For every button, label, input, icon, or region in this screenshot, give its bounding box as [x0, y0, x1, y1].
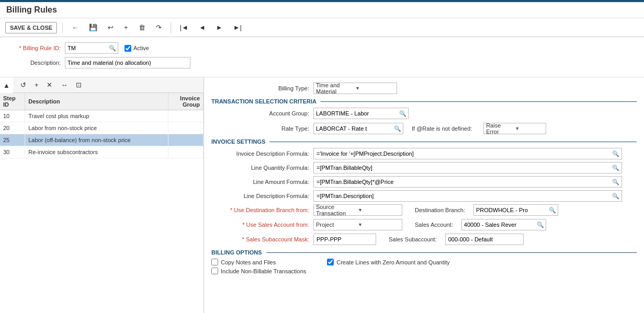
description-row: Description:: [7, 57, 637, 68]
use-dest-branch-arrow-icon: ▼: [358, 207, 400, 213]
copy-notes-label: Copy Notes and Files: [221, 259, 276, 265]
steps-table: StepID Description InvoiceGroup 10 Trave…: [0, 93, 204, 158]
col-invoice-group: InvoiceGroup: [168, 93, 204, 110]
transaction-selection-label: TRANSACTION SELECTION CRITERIA: [211, 98, 317, 105]
sales-subaccount-col: Sales Subaccount:: [389, 234, 524, 245]
billing-type-label: Billing Type:: [211, 85, 313, 91]
line-amount-search-icon[interactable]: 🔍: [610, 179, 622, 186]
rate-type-row: Rate Type: 🔍 If @Rate is not defined: Ra…: [211, 123, 637, 134]
next-button[interactable]: ►: [212, 21, 227, 33]
back-button[interactable]: ←: [68, 21, 82, 33]
toolbar-divider-2: [171, 22, 171, 33]
invoice-desc-search-icon[interactable]: 🔍: [610, 150, 622, 157]
cell-step-id: 30: [0, 146, 25, 158]
sales-account-input[interactable]: [462, 221, 535, 229]
if-rate-dropdown[interactable]: Raise Error ▼: [483, 123, 546, 134]
active-checkbox[interactable]: [125, 45, 131, 52]
sales-subaccount-input[interactable]: [445, 234, 524, 245]
header-form: * Billing Rule ID: 🔍 Active Description:: [0, 37, 644, 77]
use-dest-branch-dropdown[interactable]: Source Transaction ▼: [313, 204, 402, 216]
save-close-button[interactable]: SAVE & CLOSE: [5, 22, 57, 33]
save-button[interactable]: 💾: [85, 21, 101, 33]
line-desc-formula-input[interactable]: [314, 192, 610, 200]
copy-button[interactable]: ↷: [152, 21, 165, 33]
table-row[interactable]: 20 Labor from non-stock price: [0, 122, 204, 134]
cell-description: Travel cost plus markup: [25, 110, 168, 122]
cell-step-id: 20: [0, 122, 25, 134]
line-qty-formula-label: Line Quantity Formula:: [211, 165, 313, 171]
sales-account-search-icon[interactable]: 🔍: [535, 222, 546, 228]
invoice-desc-formula-input[interactable]: [314, 149, 610, 158]
use-dest-branch-label: * Use Destination Branch from:: [211, 207, 313, 213]
up-arrow-button[interactable]: ▲: [0, 79, 13, 91]
line-desc-search-icon[interactable]: 🔍: [610, 193, 622, 200]
billing-type-dropdown[interactable]: Time and Material ▼: [313, 83, 397, 94]
undo-button[interactable]: ↩: [104, 21, 117, 33]
use-sales-account-dropdown[interactable]: Project ▼: [313, 219, 402, 230]
delete-row-button[interactable]: ✕: [43, 79, 55, 90]
cell-invoice-group: [168, 146, 204, 158]
page-title: Billing Rules: [0, 2, 644, 18]
description-input[interactable]: [65, 57, 190, 68]
line-qty-formula-wrap: 🔍: [313, 162, 622, 173]
copy-notes-row: Copy Notes and Files: [211, 259, 306, 265]
toolbar-divider-1: [62, 22, 63, 33]
active-label: Active: [133, 45, 149, 51]
create-lines-checkbox[interactable]: [327, 259, 334, 265]
cell-step-id: 10: [0, 110, 25, 122]
rate-type-input[interactable]: [314, 124, 392, 133]
cell-description: Labor (off-balance) from non-stock price: [25, 134, 168, 146]
main-toolbar: SAVE & CLOSE ← 💾 ↩ + 🗑 ↷ |◄ ◄ ► ►|: [0, 18, 644, 37]
cell-invoice-group: [168, 110, 204, 122]
line-desc-formula-row: Line Description Formula: 🔍: [211, 190, 637, 202]
sales-subaccount-label: Sales Subaccount:: [389, 236, 441, 242]
sales-subaccount-row: * Sales Subaccount Mask: Sales Subaccoun…: [211, 234, 637, 245]
include-non-billable-checkbox[interactable]: [211, 268, 218, 274]
delete-button[interactable]: 🗑: [135, 21, 149, 33]
steps-table-body: 10 Travel cost plus markup 20 Labor from…: [0, 110, 204, 158]
right-billing-options: Create Lines with Zero Amount and Quanti…: [327, 259, 449, 276]
refresh-button[interactable]: ↺: [17, 79, 29, 90]
account-group-field-wrap: 🔍: [313, 108, 409, 119]
last-button[interactable]: ►|: [230, 21, 245, 33]
destination-branch-input[interactable]: [474, 206, 547, 214]
rate-type-label: Rate Type:: [211, 125, 313, 132]
account-group-input[interactable]: [314, 109, 398, 118]
billing-type-value: Time and Material: [316, 82, 355, 95]
cell-step-id: 25: [0, 134, 25, 146]
invoice-settings-header: INVOICE SETTINGS: [211, 138, 637, 145]
billing-rule-id-search-icon[interactable]: 🔍: [107, 45, 118, 52]
use-dest-branch-value: Source Transaction: [316, 204, 358, 216]
add-row-button[interactable]: +: [31, 79, 42, 90]
line-qty-search-icon[interactable]: 🔍: [610, 165, 622, 171]
sales-subaccount-mask-input[interactable]: [313, 234, 376, 245]
fit-button[interactable]: ↔: [58, 79, 71, 90]
first-button[interactable]: |◄: [176, 21, 192, 33]
sales-account-col: Sales Account: 🔍: [415, 219, 546, 230]
destination-branch-search-icon[interactable]: 🔍: [547, 207, 558, 214]
page-title-text: Billing Rules: [6, 5, 57, 14]
copy-notes-checkbox[interactable]: [211, 259, 218, 265]
line-qty-formula-input[interactable]: [314, 164, 610, 172]
main-content: ▲ ↺ + ✕ ↔ ⊡ StepID Description InvoiceGr…: [0, 77, 644, 313]
expand-button[interactable]: ⊡: [73, 79, 85, 90]
table-row[interactable]: 10 Travel cost plus markup: [0, 110, 204, 122]
billing-type-arrow-icon: ▼: [355, 86, 394, 91]
line-qty-formula-row: Line Quantity Formula: 🔍: [211, 162, 637, 173]
table-row[interactable]: 30 Re-invoice subscontractors: [0, 146, 204, 158]
line-desc-formula-label: Line Description Formula:: [211, 193, 313, 199]
line-amount-formula-input[interactable]: [314, 178, 610, 186]
cell-description: Re-invoice subscontractors: [25, 146, 168, 158]
right-panel: Billing Type: Time and Material ▼ TRANSA…: [204, 77, 644, 313]
sales-subaccount-mask-col: * Sales Subaccount Mask:: [211, 234, 376, 245]
add-button[interactable]: +: [120, 21, 132, 33]
line-amount-formula-row: Line Amount Formula: 🔍: [211, 176, 637, 188]
include-non-billable-row: Include Non-Billable Transactions: [211, 268, 306, 274]
destination-branch-label: Destination Branch:: [415, 207, 469, 213]
billing-rule-id-input[interactable]: [65, 44, 107, 52]
prev-button[interactable]: ◄: [195, 21, 209, 33]
left-toolbar: ↺ + ✕ ↔ ⊡: [13, 77, 204, 93]
account-group-search-icon[interactable]: 🔍: [398, 110, 408, 117]
rate-type-search-icon[interactable]: 🔍: [392, 125, 403, 132]
table-row[interactable]: 25 Labor (off-balance) from non-stock pr…: [0, 134, 204, 146]
